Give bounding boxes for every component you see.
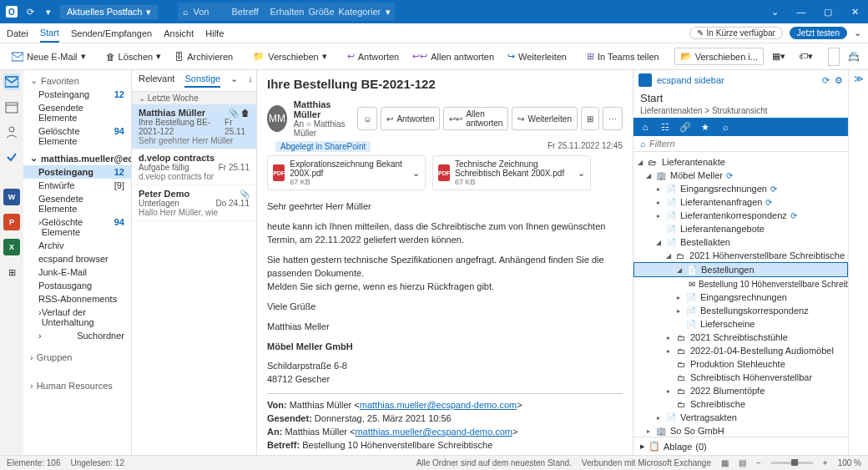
window-maximize[interactable]: ▢: [815, 0, 841, 23]
menu-senden[interactable]: Senden/Empfangen: [71, 25, 152, 42]
try-now-button[interactable]: Jetzt testen: [790, 27, 847, 39]
new-mail-button[interactable]: Neue E-Mail ▾: [7, 48, 91, 64]
folder-archiv[interactable]: Archiv: [23, 239, 131, 252]
search-kategorien[interactable]: [339, 7, 381, 17]
search-erhalten[interactable]: [270, 7, 304, 17]
menu-hilfe[interactable]: Hilfe: [205, 25, 224, 42]
qat-sync-icon[interactable]: ⟳: [23, 5, 37, 18]
window-close[interactable]: ✕: [841, 0, 868, 23]
sidebar-refresh-icon[interactable]: ⟳: [822, 75, 830, 86]
emoji-button[interactable]: ☺: [357, 107, 377, 130]
tree-2021-schreib[interactable]: ◢🗀2021 Höhenverstellbare Schreibtische: [633, 249, 848, 262]
search-groesse[interactable]: [309, 7, 334, 17]
tags-button[interactable]: 🏷▾: [794, 48, 818, 64]
rail-more-icon[interactable]: ⊞: [3, 264, 20, 280]
sb-search-icon[interactable]: ⌕: [719, 120, 732, 134]
sidebar-settings-icon[interactable]: ⚙: [835, 75, 843, 86]
ribbon-collapse-icon[interactable]: ⌄: [761, 0, 788, 23]
menu-datei[interactable]: Datei: [7, 25, 28, 42]
delete-button[interactable]: 🗑Löschen ▾: [101, 48, 167, 64]
rail-calendar-icon[interactable]: [3, 99, 20, 115]
rail-powerpoint-icon[interactable]: P: [3, 214, 20, 230]
action-more[interactable]: ⋯: [603, 107, 623, 130]
tree-audio[interactable]: ▸🗀2022-01-04-Bestellung Audiomöbel: [633, 344, 848, 357]
move-to-button[interactable]: 📂Verschieben i...: [674, 48, 764, 65]
zoom-out[interactable]: −: [756, 458, 761, 467]
chevron-down-icon[interactable]: ⌄: [578, 168, 585, 179]
action-reply[interactable]: ↩ Antworten: [381, 107, 440, 130]
folder-sent[interactable]: Gesendete Elemente: [23, 192, 131, 215]
move-button[interactable]: 📁Verschieben ▾: [248, 48, 332, 64]
tree-ls[interactable]: 📄Lieferscheine: [633, 317, 848, 331]
menu-ansicht[interactable]: Ansicht: [164, 25, 194, 42]
tree-stuehle[interactable]: ▸🗀2021 Schreibtischstühle: [633, 331, 848, 344]
message-item-2[interactable]: Peter Demo📎 UnterlagenDo 24.11 Hallo Her…: [132, 185, 256, 221]
folder-deleted[interactable]: › Gelöschte Elemente94: [23, 215, 131, 239]
tree-supplier[interactable]: ◢🏢Möbel Meller ⟳: [633, 169, 848, 182]
account-header[interactable]: ⌄matthias.mueller@ecspand-d...: [23, 148, 131, 165]
list-sort-icon[interactable]: ⌄: [230, 73, 238, 88]
qat-dropdown-icon[interactable]: ▾: [42, 5, 55, 18]
sidebar-filter[interactable]: ⌕: [633, 136, 848, 152]
folder-fav-deleted[interactable]: Gelöschte Elemente94: [23, 124, 131, 148]
tree-schreib[interactable]: 🗀Schreibtische: [633, 397, 848, 411]
folder-drafts[interactable]: Entwürfe[9]: [23, 179, 131, 192]
folder-rss[interactable]: RSS-Abonnements: [23, 292, 131, 306]
rail-people-icon[interactable]: [3, 124, 20, 140]
expand-icon[interactable]: ▸: [640, 441, 645, 452]
folder-inbox[interactable]: Posteingang12: [23, 165, 131, 179]
ablage-bar[interactable]: ▸ 📋 Ablage (0): [633, 437, 848, 455]
sidebar-breadcrumb[interactable]: Lieferantenakten > Strukturansicht: [633, 106, 848, 118]
favorites-header[interactable]: ⌄Favoriten: [23, 70, 131, 88]
folder-search[interactable]: › Suchordner: [23, 329, 131, 342]
filter-input[interactable]: [649, 139, 841, 149]
rail-excel-icon[interactable]: X: [3, 239, 20, 255]
tree-anfragen[interactable]: ▸📄Lieferantenanfragen ⟳: [633, 195, 848, 209]
search-betreff[interactable]: [232, 7, 265, 17]
tree-stehleuchte[interactable]: 🗀Produktion Stehleuchte: [633, 357, 848, 371]
folder-fav-inbox[interactable]: Posteingang12: [23, 88, 131, 101]
tree-msg-file[interactable]: ✉Bestellung 10 Höhenverstellbare Schreib…: [633, 277, 848, 291]
action-reply-all[interactable]: ↩↩ Allen antworten: [443, 107, 508, 130]
teams-share-button[interactable]: ⊞In Teams teilen: [582, 48, 664, 64]
mailbox-selector[interactable]: Aktuelles Postfach▾: [60, 5, 158, 19]
zoom-in[interactable]: +: [823, 458, 828, 467]
rail-mail-icon[interactable]: [3, 73, 20, 90]
folder-fav-sent[interactable]: Gesendete Elemente: [23, 101, 131, 124]
collapse-icon[interactable]: ≫: [854, 73, 864, 84]
tree-korresp[interactable]: ▸📄Lieferantenkorrespondenz ⟳: [633, 209, 848, 222]
folder-ecspand[interactable]: ecspand browser: [23, 252, 131, 265]
ribbon-options-icon[interactable]: ⌄: [854, 28, 861, 38]
refresh-icon[interactable]: ⟳: [726, 171, 733, 180]
people-search[interactable]: [828, 48, 840, 66]
tree-angebote[interactable]: 📄Lieferantenangebote: [633, 222, 848, 235]
message-item-1[interactable]: d.velop contracts Aufgabe fälligFr 25.11…: [132, 149, 256, 185]
address-book-button[interactable]: 📇: [843, 48, 865, 64]
tree-vertrag[interactable]: ▸📄Vertragsakten: [633, 411, 848, 424]
title-search[interactable]: ⌕ ▾: [178, 3, 395, 21]
folder-junk[interactable]: Junk-E-Mail: [23, 265, 131, 279]
message-item-0[interactable]: Matthias Müller📎 🗑 Ihre Bestellung BE-20…: [132, 104, 256, 149]
search-von[interactable]: [194, 7, 227, 17]
view-reading-icon[interactable]: ▤: [739, 458, 746, 467]
rules-button[interactable]: ▦▾: [767, 48, 790, 64]
attachment-0[interactable]: PDFExplorationszeichnung Bekant 200X.pdf…: [267, 155, 426, 190]
window-minimize[interactable]: —: [788, 0, 815, 23]
archive-button[interactable]: 🗄Archivieren: [169, 49, 238, 64]
folder-outbox[interactable]: Postausgang: [23, 279, 131, 292]
tree-bk[interactable]: ▸📄Bestellungskorrespondenz: [633, 304, 848, 317]
reply-all-button[interactable]: ↩↩Allen antworten: [407, 48, 499, 64]
tab-sonstige[interactable]: Sonstige: [184, 73, 220, 88]
tree-blumen[interactable]: ▸🗀2022 Blumentöpfe: [633, 384, 848, 397]
to-email-link[interactable]: matthias.mueller@ecspand-demo.com: [355, 427, 512, 437]
tree-bestellungen[interactable]: ◢📄Bestellungen: [633, 262, 848, 277]
tree-soso[interactable]: ▸🏢So So GmbH: [633, 424, 848, 437]
tab-relevant[interactable]: Relevant: [139, 73, 174, 88]
groups-header[interactable]: ›Gruppen: [23, 347, 131, 364]
tree-bestellakten[interactable]: ◢📄Bestellakten: [633, 235, 848, 249]
view-normal-icon[interactable]: ▦: [721, 458, 729, 467]
from-email-link[interactable]: matthias.mueller@ecspand-demo.com: [360, 400, 517, 410]
rail-todo-icon[interactable]: [3, 149, 20, 165]
action-teams[interactable]: ⊞: [581, 107, 599, 130]
hr-header[interactable]: ›Human Resources: [23, 376, 131, 392]
